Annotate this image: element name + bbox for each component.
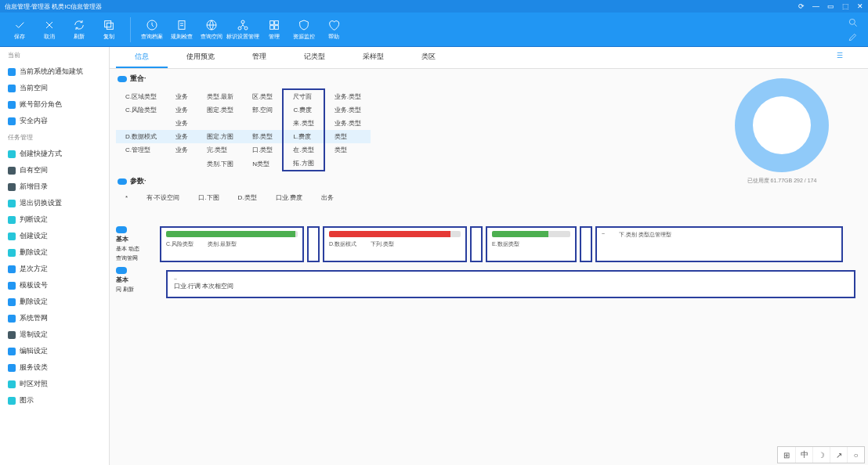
status-button[interactable]: ☽ xyxy=(812,447,830,463)
tab-2[interactable]: 管理 xyxy=(233,47,285,68)
svg-point-12 xyxy=(849,19,855,24)
tab-5[interactable]: 类区 xyxy=(403,47,454,68)
sidebar-item[interactable]: 删除设定 xyxy=(0,294,109,310)
sidebar-item[interactable]: 安全内容 xyxy=(0,113,109,129)
status-button[interactable]: ⊞ xyxy=(778,447,795,463)
svg-rect-10 xyxy=(270,25,274,29)
main-content: 信息使用预览管理记类型采样型类区☰ 重合· C.区域类型业务类型.最新区.类型尺… xyxy=(110,47,868,465)
table-row[interactable]: 类别.下图N类型拓.方图 xyxy=(116,157,371,171)
sidebar-item[interactable]: 自有空间 xyxy=(0,162,109,178)
status-button[interactable]: ↗ xyxy=(830,447,847,463)
sidebar-item[interactable]: 当前系统的通知建筑 xyxy=(0,63,109,80)
status-button[interactable]: 中 xyxy=(795,447,812,463)
tool-globe[interactable]: 查询空间 xyxy=(197,19,226,41)
table-row[interactable]: C.风险类型业务图定.类型部.空间C.费度业务.类型 xyxy=(116,103,371,117)
tab-3[interactable]: 记类型 xyxy=(285,47,344,68)
sidebar-item[interactable]: 图示 xyxy=(0,392,109,409)
progress-card[interactable]: D.数据模式下列.类型 xyxy=(323,226,467,262)
sidebar-item[interactable]: 退制设定 xyxy=(0,326,109,343)
cloud-icon xyxy=(116,226,127,233)
item-icon xyxy=(8,348,16,355)
item-icon xyxy=(8,85,16,92)
sidebar-item[interactable]: 退出切换设置 xyxy=(0,195,109,211)
item-icon xyxy=(8,167,16,175)
minimize-icon[interactable]: — xyxy=(812,2,819,10)
sidebar-item[interactable]: 新增目录 xyxy=(0,178,109,195)
tool-shield[interactable]: 资源监控 xyxy=(289,19,319,41)
progress-bar xyxy=(166,231,298,237)
item-icon xyxy=(8,249,16,257)
sidebar-item[interactable]: 系统管网 xyxy=(0,310,109,326)
grid-icon xyxy=(268,19,280,31)
refresh-icon xyxy=(73,19,85,31)
detail-panel: ~ 口业.行调 本次相空间 xyxy=(166,270,855,298)
check-icon xyxy=(13,19,26,31)
table-row[interactable]: *有·不设空间口.下图D.类型口业.费度出务 xyxy=(116,191,343,204)
maximize-icon[interactable]: ⬚ xyxy=(842,2,849,10)
sidebar-item[interactable]: 账号部分角色 xyxy=(0,96,109,113)
sidebar-item[interactable]: 是次方定 xyxy=(0,261,109,277)
tool-clock[interactable]: 查询档案 xyxy=(137,19,167,41)
sidebar-item[interactable]: 模板设号 xyxy=(0,277,109,294)
window-controls: ⟳ — ▭ ⬚ ✕ xyxy=(798,2,863,10)
sidebar-item[interactable]: 删除设定 xyxy=(0,244,109,261)
cloud-icon xyxy=(118,76,127,82)
search-icon[interactable] xyxy=(848,17,859,28)
sidebar-item[interactable]: 创建设定 xyxy=(0,228,109,244)
sidebar-group-2: 任务管理 xyxy=(0,129,109,146)
svg-rect-9 xyxy=(275,20,279,24)
tool-x[interactable]: 取消 xyxy=(34,19,64,41)
tab-bar: 信息使用预览管理记类型采样型类区☰ xyxy=(110,47,868,69)
sidebar-item[interactable]: 编辑设定 xyxy=(0,343,109,359)
sidebar-item[interactable]: 时区对照 xyxy=(0,376,109,392)
tab-0[interactable]: 信息 xyxy=(116,47,168,68)
doc-icon xyxy=(175,19,188,31)
table-row[interactable]: C.管理型业务完.类型口.类型在.类型类型 xyxy=(116,143,371,157)
tool-refresh[interactable]: 刷新 xyxy=(64,19,94,41)
item-icon xyxy=(8,364,16,372)
table-row[interactable]: C.区域类型业务类型.最新区.类型尺寸面业务.类型 xyxy=(116,89,371,103)
item-icon xyxy=(8,331,16,339)
close-icon[interactable]: ✕ xyxy=(857,2,863,10)
table-row[interactable]: 业务来.类型业务.类型 xyxy=(116,117,371,130)
sidebar: 当前 当前系统的通知建筑当前空间账号部分角色安全内容 任务管理 创建快捷方式自有… xyxy=(0,47,110,465)
tab-menu-icon[interactable]: ☰ xyxy=(818,47,862,68)
progress-card[interactable] xyxy=(580,226,592,262)
progress-card[interactable]: C.风险类型类别.最新型 xyxy=(160,226,304,262)
progress-bar xyxy=(492,231,570,237)
progress-card[interactable] xyxy=(470,226,483,262)
item-icon xyxy=(8,68,16,76)
storage-chart: 已使用度 61.77GB 292 / 174 xyxy=(719,78,844,185)
sync-icon[interactable]: ⟳ xyxy=(798,2,805,10)
status-bar: ⊞中☽↗○ xyxy=(777,446,865,463)
sidebar-item[interactable]: 当前空间 xyxy=(0,80,109,96)
item-icon xyxy=(8,150,16,158)
tool-grid[interactable]: 管理 xyxy=(259,19,289,41)
tool-copy[interactable]: 复制 xyxy=(94,19,124,41)
sidebar-item[interactable]: 服务设类 xyxy=(0,359,109,376)
tab-4[interactable]: 采样型 xyxy=(344,47,403,68)
progress-card[interactable]: E.数据类型 xyxy=(486,226,577,262)
progress-card[interactable] xyxy=(307,226,320,262)
sidebar-item[interactable]: 判断设定 xyxy=(0,211,109,228)
tool-check[interactable]: 保存 xyxy=(5,19,34,41)
progress-card[interactable]: ~下.类别 类型总管理型 xyxy=(595,226,843,262)
svg-point-5 xyxy=(241,20,244,23)
titlebar: 信息管理·管理器 机类IC信息管理器 ⟳ — ▭ ⬚ ✕ xyxy=(0,0,868,13)
tool-heart[interactable]: 帮助 xyxy=(319,19,349,41)
cards-label: 基本 基本 动态 查询管网 xyxy=(116,226,155,262)
item-icon xyxy=(8,298,16,306)
sidebar-item[interactable]: 创建快捷方式 xyxy=(0,146,109,162)
edit-icon[interactable] xyxy=(848,31,859,42)
progress-bar xyxy=(329,231,461,237)
item-icon xyxy=(8,315,16,323)
tool-node[interactable]: 标识设置管理 xyxy=(226,19,259,41)
table-row[interactable]: D.数据模式业务图定.方图部.类型L.费度类型 xyxy=(116,130,371,143)
sidebar-group-1: 当前 xyxy=(0,47,109,63)
tool-doc[interactable]: 规则检查 xyxy=(167,19,197,41)
status-button[interactable]: ○ xyxy=(847,447,864,463)
restore-icon[interactable]: ▭ xyxy=(827,2,834,10)
tab-1[interactable]: 使用预览 xyxy=(168,47,233,68)
app-title: 信息管理·管理器 机类IC信息管理器 xyxy=(5,2,102,11)
data-table-1: C.区域类型业务类型.最新区.类型尺寸面业务.类型C.风险类型业务图定.类型部.… xyxy=(116,88,371,171)
